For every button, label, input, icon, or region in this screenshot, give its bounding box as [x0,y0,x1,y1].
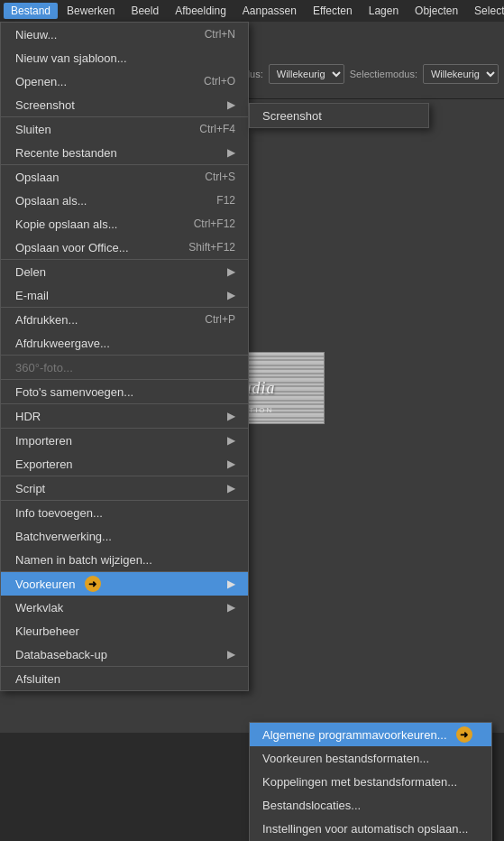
voorkeuren-submenu: Algemene programmavoorkeuren... ➜ Voorke… [249,722,492,841]
screenshot-submenu: Screenshot [249,103,429,128]
menu-nieuw[interactable]: Nieuw... Ctrl+N [1,23,248,46]
voorkeuren-bestandslocaties[interactable]: Bestandslocaties... [250,793,491,817]
menu-item-bewerken[interactable]: Bewerken [60,3,122,19]
menu-opslaan[interactable]: Opslaan Ctrl+S [1,165,248,189]
menu-exporteren[interactable]: Exporteren ▶ [1,452,248,476]
menu-section-1: Nieuw... Ctrl+N Nieuw van sjabloon... Op… [1,23,248,117]
menu-item-afbeelding[interactable]: Afbeelding [168,3,234,19]
menu-item-effecten[interactable]: Effecten [306,3,360,19]
menu-delen[interactable]: Delen ▶ [1,260,248,283]
selectie-select[interactable]: Willekeurig [423,64,499,84]
menu-databaseback[interactable]: Databaseback-up ▶ [1,642,248,666]
menu-item-selectie[interactable]: Selectie [467,3,504,19]
menu-email[interactable]: E-mail ▶ [1,283,248,307]
menu-batchverwerking[interactable]: Batchverwerking... [1,524,248,548]
plaatsings-select[interactable]: Willekeurig [269,64,344,84]
menu-section-4: Delen ▶ E-mail ▶ [1,260,248,308]
menu-recente-bestanden[interactable]: Recente bestanden ▶ [1,141,248,164]
menu-opslaan-als[interactable]: Opslaan als... F12 [1,189,248,212]
voorkeuren-algemene[interactable]: Algemene programmavoorkeuren... ➜ [250,723,491,746]
menu-360foto: 360°-foto... [1,356,248,379]
menu-section-5: Afdrukken... Ctrl+P Afdrukweergave... [1,308,248,356]
voorkeuren-autosave[interactable]: Instellingen voor automatisch opslaan... [250,817,491,840]
menu-section-11: Info toevoegen... Batchverwerking... Nam… [1,501,248,572]
voorkeuren-arrow-indicator: ➜ [85,576,101,592]
menu-section-2: Sluiten Ctrl+F4 Recente bestanden ▶ [1,117,248,165]
menu-info-toevoegen[interactable]: Info toevoegen... [1,501,248,524]
menu-kopie-opslaan[interactable]: Kopie opslaan als... Ctrl+F12 [1,212,248,236]
menu-screenshot[interactable]: Screenshot ▶ [1,93,248,116]
bestand-dropdown: Nieuw... Ctrl+N Nieuw van sjabloon... Op… [0,22,249,691]
menu-item-aanpassen[interactable]: Aanpassen [235,3,304,19]
menu-hdr[interactable]: HDR ▶ [1,404,248,428]
menu-opslaan-office[interactable]: Opslaan voor Office... Shift+F12 [1,236,248,259]
menu-section-3: Opslaan Ctrl+S Opslaan als... F12 Kopie … [1,165,248,260]
menu-item-beeld[interactable]: Beeld [124,3,166,19]
menu-kleurbeheer[interactable]: Kleurbeheer [1,619,248,642]
screenshot-submenu-item[interactable]: Screenshot [250,104,428,127]
menu-voorkeuren[interactable]: Voorkeuren ➜ ▶ [1,572,248,596]
menu-openen[interactable]: Openen... Ctrl+O [1,69,248,93]
menu-afsluiten[interactable]: Afsluiten [1,667,248,690]
voorkeuren-koppelingen[interactable]: Koppelingen met bestandsformaten... [250,770,491,793]
menu-section-6: 360°-foto... [1,356,248,380]
menu-fotos-samenvoegen[interactable]: Foto's samenvoegen... [1,380,248,403]
menu-item-bestand[interactable]: Bestand [4,3,58,19]
menu-script[interactable]: Script ▶ [1,476,248,500]
voorkeuren-bestandsformaten[interactable]: Voorkeuren bestandsformaten... [250,746,491,770]
menu-section-9: Importeren ▶ Exporteren ▶ [1,429,248,476]
menu-sluiten[interactable]: Sluiten Ctrl+F4 [1,117,248,141]
menu-section-10: Script ▶ [1,476,248,501]
menu-namen-batch[interactable]: Namen in batch wijzigen... [1,548,248,571]
menu-bar: Bestand Bewerken Beeld Afbeelding Aanpas… [0,0,504,22]
menu-importeren[interactable]: Importeren ▶ [1,429,248,452]
menu-werkvlak[interactable]: Werkvlak ▶ [1,596,248,619]
menu-nieuw-sjabloon[interactable]: Nieuw van sjabloon... [1,46,248,69]
menu-afdrukken[interactable]: Afdrukken... Ctrl+P [1,308,248,331]
menu-section-12: Voorkeuren ➜ ▶ Werkvlak ▶ Kleurbeheer Da… [1,572,248,667]
menu-section-7: Foto's samenvoegen... [1,380,248,404]
algemene-arrow-indicator: ➜ [456,726,472,743]
menu-afdrukweergave[interactable]: Afdrukweergave... [1,331,248,355]
menu-section-13: Afsluiten [1,667,248,690]
menu-section-8: HDR ▶ [1,404,248,429]
menu-item-lagen[interactable]: Lagen [362,3,406,19]
selectie-label: Selectiemodus: [350,69,417,79]
menu-item-objecten[interactable]: Objecten [408,3,465,19]
